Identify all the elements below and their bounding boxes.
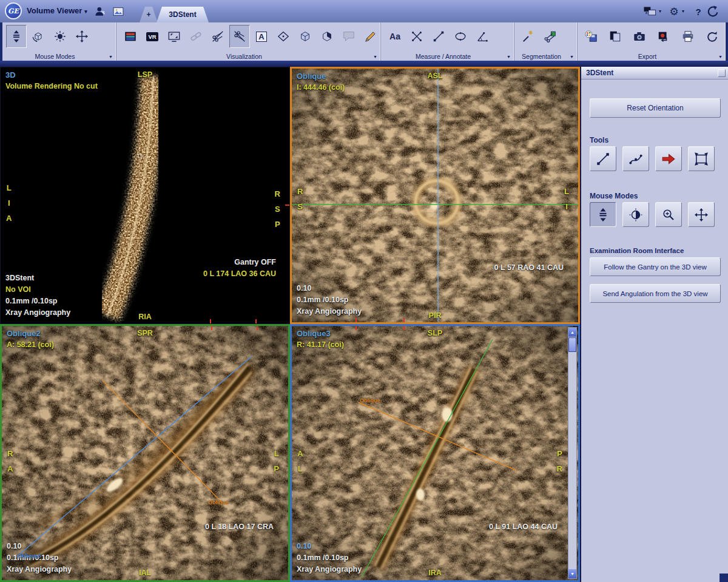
fullscreen-display-icon[interactable] [164, 25, 184, 48]
position-value-label: R: 41.17 (coi) [297, 340, 344, 349]
scroll-mode-icon[interactable] [6, 25, 27, 48]
viewport-name: Oblique [297, 72, 326, 81]
window-level-mode-icon[interactable] [50, 25, 70, 48]
cube-view-icon[interactable] [295, 25, 315, 48]
pan-button-icon[interactable] [688, 202, 715, 227]
angle-measure-icon[interactable] [472, 25, 493, 48]
scroll-down-button[interactable]: ▼ [568, 569, 576, 578]
remote-display-triangle-icon[interactable]: ▾ [659, 8, 661, 14]
sculpt-draw-icon[interactable] [360, 25, 381, 48]
slice-scrollbar[interactable]: ▲ ▼ [568, 327, 577, 579]
orientation-right: LP [274, 446, 279, 476]
remote-display-icon[interactable] [642, 4, 658, 19]
camera-capture-icon[interactable] [629, 25, 650, 48]
orientation-left: RA [7, 446, 13, 476]
point-marker-icon[interactable] [406, 25, 427, 48]
visualization-group-label: Visualization [116, 53, 372, 60]
viewport-name: Oblique2 [7, 329, 41, 338]
image-gallery-icon[interactable] [110, 4, 126, 19]
oblique-line-label[interactable]: Oblique [208, 499, 229, 506]
viewport-oblique2[interactable]: Oblique2 A: 58.21 (coi) SPR RA LP IAL 0 … [0, 324, 290, 582]
reference-tick [403, 326, 405, 330]
orientation-right: RSP [275, 186, 280, 232]
link-views-icon[interactable] [186, 25, 206, 48]
add-tab-button[interactable]: + [140, 7, 158, 22]
reset-session-icon[interactable] [702, 25, 723, 48]
vessel-arrow-tool-icon[interactable] [655, 146, 682, 171]
text-annotation-icon[interactable]: Aa [385, 25, 405, 48]
panel-splitter-handle[interactable] [718, 69, 726, 77]
angulation-label: 0 L 57 RAO 41 CAU [494, 262, 564, 274]
pan-mode-icon[interactable] [72, 25, 92, 48]
reset-orientation-button[interactable]: Reset Orientation [590, 98, 721, 118]
brightness-contrast-button-icon[interactable] [622, 202, 649, 227]
toolbar-group-mouse-modes: Mouse Modes ▼ [2, 22, 116, 61]
export-dropdown-icon[interactable]: ▼ [718, 55, 723, 59]
oblique-line-label[interactable]: Oblique [360, 398, 380, 404]
reference-tick [257, 326, 258, 330]
series-info-block: 0.10 0.1mm /0.10sp Xray Angiography [297, 283, 362, 317]
send-angulation-button[interactable]: Send Angulation from the 3D view [590, 284, 721, 303]
oblique-cut-icon[interactable] [229, 25, 250, 48]
reference-tick [356, 318, 357, 322]
print-icon[interactable] [678, 25, 698, 48]
orientation-bottom: PIR [429, 311, 442, 320]
segment-cut-icon[interactable] [540, 25, 561, 48]
orientation-bottom: IRA [428, 569, 442, 577]
annotation-level-icon[interactable]: A [251, 25, 272, 48]
render-mode-label: Volume Rendering No cut [5, 82, 98, 90]
comment-icon[interactable] [339, 25, 359, 48]
orientation-top: LSP [138, 70, 152, 79]
settings-triangle-icon[interactable]: ▾ [682, 8, 684, 14]
scroll-mode-button-icon[interactable] [590, 202, 616, 227]
auto-select-wand-icon[interactable] [518, 25, 539, 48]
mouse-modes-group-label: Mouse Modes [2, 53, 107, 60]
service-tools-icon[interactable] [92, 4, 108, 19]
fit-view-tool-icon[interactable] [688, 146, 715, 171]
copy-to-film-icon[interactable] [605, 25, 625, 48]
clip-box-icon[interactable] [317, 25, 337, 48]
orientation-top: SLP [428, 329, 442, 337]
viewport-oblique3[interactable]: Oblique3 R: 41.17 (coi) SLP AL PR IRA 0 … [290, 324, 580, 582]
exit-session-icon[interactable] [705, 4, 721, 19]
toolbar-group-segmentation: Segmentation ▼ [514, 22, 578, 61]
panel-title: 3DStent [586, 69, 613, 77]
orientation-right: LI [564, 184, 569, 214]
ellipse-roi-icon[interactable] [450, 25, 471, 48]
visualization-dropdown-icon[interactable]: ▼ [373, 55, 377, 59]
distance-measure-icon[interactable] [428, 25, 449, 48]
right-panel: 3DStent Reset Orientation Tools Mouse Mo… [580, 67, 728, 582]
segmentation-dropdown-icon[interactable]: ▼ [570, 55, 574, 59]
main-toolbar: Mouse Modes ▼ VR A [2, 22, 726, 61]
resize-grip[interactable] [720, 574, 728, 582]
review-layout-icon[interactable] [120, 25, 141, 48]
curve-trace-tool-icon[interactable] [622, 146, 649, 171]
zoom-button-icon[interactable] [655, 202, 682, 227]
app-menu-button[interactable]: Volume Viewer▾ [27, 6, 87, 15]
cut-plane-icon[interactable] [207, 25, 228, 48]
gear-icon[interactable]: ⚙ [666, 4, 682, 19]
viewport-oblique[interactable]: Oblique I: 444.46 (coi) ASL RS LI PIR 0 … [290, 67, 580, 324]
mouse-modes-dropdown-icon[interactable]: ▼ [109, 55, 113, 59]
orientation-right: PR [557, 446, 562, 476]
scroll-up-button[interactable]: ▲ [568, 328, 576, 337]
measure-dropdown-icon[interactable]: ▼ [507, 55, 511, 59]
viewport-3d[interactable]: 3D Volume Rendering No cut LSP LIA RSP R… [0, 67, 290, 324]
reference-tick [211, 326, 212, 330]
orientation-top: ASL [428, 72, 443, 80]
tab-3dstent[interactable]: 3DStent [157, 7, 209, 22]
measure-line-tool-icon[interactable] [590, 146, 616, 171]
oblique3-line-label[interactable]: Oblique3 [18, 553, 41, 559]
help-icon[interactable]: ? [690, 4, 706, 19]
rotate-3d-mode-icon[interactable] [28, 25, 49, 48]
scroll-thumb[interactable] [568, 337, 576, 352]
plane-select-icon[interactable] [273, 25, 294, 48]
reference-tick [255, 319, 257, 323]
vr-view-icon[interactable]: VR [142, 25, 163, 48]
panel-header: 3DStent [581, 67, 728, 80]
follow-gantry-button[interactable]: Follow the Gantry on the 3D view [590, 257, 721, 276]
save-image-icon[interactable] [653, 25, 674, 48]
mouse-modes-button-row [590, 202, 715, 227]
save-state-icon[interactable] [581, 25, 601, 48]
orientation-left: RS [297, 184, 303, 214]
